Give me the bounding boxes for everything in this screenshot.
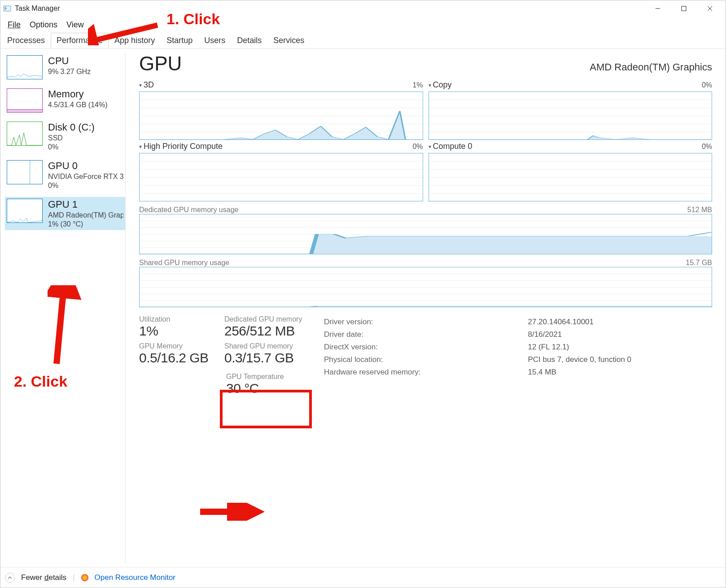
info-reserved-value: 15.4 MB bbox=[528, 366, 711, 378]
chevron-down-icon[interactable]: ▾ bbox=[139, 82, 142, 88]
menubar: File Options View bbox=[0, 17, 726, 33]
tab-startup[interactable]: Startup bbox=[161, 33, 198, 48]
gpu1-pct: 1% (30 °C) bbox=[48, 220, 123, 228]
chevron-down-icon[interactable]: ▾ bbox=[139, 144, 142, 150]
sidebar-item-cpu[interactable]: CPU 9% 3.27 GHz bbox=[5, 53, 125, 81]
stat-gmem-label: GPU Memory bbox=[139, 342, 211, 350]
gpu0-title: GPU 0 bbox=[48, 160, 123, 172]
chevron-down-icon[interactable]: ▾ bbox=[429, 144, 431, 150]
chart-compute0-label[interactable]: Compute 0 bbox=[433, 142, 472, 151]
panel-title: GPU bbox=[139, 52, 182, 75]
info-reserved-label: Hardware reserved memory: bbox=[324, 366, 527, 378]
cpu-sub: 9% 3.27 GHz bbox=[48, 68, 91, 76]
info-directx-label: DirectX version: bbox=[324, 341, 527, 353]
gpu-detail-panel: GPU AMD Radeon(TM) Graphics ▾ 3D 1% bbox=[126, 49, 726, 567]
chart-3d-pct: 1% bbox=[412, 81, 423, 89]
shared-mem-max: 15.7 GB bbox=[686, 259, 712, 267]
details-toggle-button[interactable] bbox=[5, 573, 15, 583]
minimize-button[interactable] bbox=[645, 0, 671, 17]
annotation-red-box bbox=[220, 390, 312, 428]
chart-hpc-label[interactable]: High Priority Compute bbox=[144, 142, 223, 151]
footer: Fewer details | Open Resource Monitor bbox=[0, 567, 726, 588]
chart-hpc-pct: 0% bbox=[412, 143, 423, 151]
chart-high-priority-compute bbox=[139, 153, 423, 201]
sidebar-item-gpu1[interactable]: GPU 1 AMD Radeon(TM) Grapl 1% (30 °C) bbox=[5, 197, 125, 230]
memory-sub: 4.5/31.4 GB (14%) bbox=[48, 101, 108, 109]
info-driver-date-label: Driver date: bbox=[324, 329, 527, 340]
sidebar-item-memory[interactable]: Memory 4.5/31.4 GB (14%) bbox=[5, 87, 125, 114]
performance-sidebar: CPU 9% 3.27 GHz Memory 4.5/31.4 GB (14%) bbox=[0, 49, 125, 567]
info-directx-value: 12 (FL 12.1) bbox=[528, 341, 711, 353]
stat-util-label: Utilization bbox=[139, 315, 211, 323]
stat-gmem-value: 0.5/16.2 GB bbox=[139, 350, 211, 366]
fewer-details-link[interactable]: Fewer details bbox=[21, 573, 66, 582]
svg-rect-3 bbox=[4, 9, 6, 10]
svg-rect-2 bbox=[4, 8, 7, 9]
cpu-thumb bbox=[7, 55, 43, 79]
chart-3d bbox=[139, 91, 423, 140]
chart-compute0-pct: 0% bbox=[702, 143, 712, 151]
info-physloc-value: PCI bus 7, device 0, function 0 bbox=[528, 354, 711, 366]
resource-monitor-icon bbox=[81, 574, 88, 581]
gpu0-sub: NVIDIA GeForce RTX 30 bbox=[48, 173, 123, 181]
info-driver-date-value: 8/16/2021 bbox=[528, 329, 711, 340]
tab-details[interactable]: Details bbox=[231, 33, 267, 48]
info-driver-version-label: Driver version: bbox=[324, 316, 527, 328]
stat-temp-label: GPU Temperature bbox=[226, 373, 308, 381]
memory-title: Memory bbox=[48, 88, 108, 100]
close-button[interactable] bbox=[697, 0, 723, 17]
cpu-title: CPU bbox=[48, 55, 91, 67]
dedicated-mem-max: 512 MB bbox=[687, 206, 712, 214]
stat-util-value: 1% bbox=[139, 323, 211, 339]
chart-dedicated-mem bbox=[139, 214, 712, 254]
menu-options[interactable]: Options bbox=[25, 18, 62, 31]
tab-performance[interactable]: Performance bbox=[51, 33, 109, 48]
tab-app-history[interactable]: App history bbox=[109, 33, 161, 48]
svg-rect-8 bbox=[7, 109, 42, 112]
gpu0-thumb bbox=[7, 160, 43, 184]
gpu-info-table: Driver version:27.20.14064.10001 Driver … bbox=[323, 315, 712, 379]
svg-rect-5 bbox=[682, 6, 686, 11]
gpu1-sub: AMD Radeon(TM) Grapl bbox=[48, 211, 123, 219]
open-resource-monitor-link[interactable]: Open Resource Monitor bbox=[95, 573, 175, 582]
stat-smem-label: Shared GPU memory bbox=[224, 342, 310, 350]
disk-pct: 0% bbox=[48, 143, 95, 151]
app-icon bbox=[3, 4, 11, 13]
disk-sub: SSD bbox=[48, 134, 95, 142]
tabbar: Processes Performance App history Startu… bbox=[0, 33, 726, 49]
stat-dmem-label: Dedicated GPU memory bbox=[224, 315, 310, 323]
info-driver-version-value: 27.20.14064.10001 bbox=[528, 316, 711, 328]
chart-copy-label[interactable]: Copy bbox=[433, 80, 452, 90]
chart-compute0 bbox=[429, 153, 713, 201]
maximize-button[interactable] bbox=[671, 0, 697, 17]
info-physloc-label: Physical location: bbox=[324, 354, 527, 366]
sidebar-item-gpu0[interactable]: GPU 0 NVIDIA GeForce RTX 30 0% bbox=[5, 158, 125, 192]
task-manager-window: Task Manager File Options View Processes… bbox=[0, 0, 726, 588]
gpu1-thumb bbox=[7, 199, 43, 223]
tab-services[interactable]: Services bbox=[267, 33, 310, 48]
window-title: Task Manager bbox=[15, 4, 60, 13]
tab-users[interactable]: Users bbox=[198, 33, 231, 48]
stat-smem-value: 0.3/15.7 GB bbox=[224, 350, 310, 366]
stat-dmem-value: 256/512 MB bbox=[224, 323, 310, 339]
gpu0-pct: 0% bbox=[48, 182, 123, 190]
chart-copy-pct: 0% bbox=[702, 81, 712, 89]
menu-view[interactable]: View bbox=[62, 18, 88, 31]
disk-thumb bbox=[7, 122, 43, 146]
memory-thumb bbox=[7, 88, 43, 113]
chevron-down-icon[interactable]: ▾ bbox=[429, 82, 431, 88]
chart-shared-mem bbox=[139, 267, 712, 307]
sidebar-item-disk0[interactable]: Disk 0 (C:) SSD 0% bbox=[5, 120, 125, 153]
menu-file[interactable]: File bbox=[3, 18, 25, 31]
dedicated-mem-label: Dedicated GPU memory usage bbox=[139, 206, 238, 214]
chart-copy bbox=[429, 91, 713, 140]
tab-processes[interactable]: Processes bbox=[1, 33, 51, 48]
device-name: AMD Radeon(TM) Graphics bbox=[590, 61, 712, 73]
titlebar: Task Manager bbox=[0, 0, 726, 17]
shared-mem-label: Shared GPU memory usage bbox=[139, 259, 229, 267]
chart-3d-label[interactable]: 3D bbox=[144, 80, 154, 90]
gpu1-title: GPU 1 bbox=[48, 199, 123, 210]
disk-title: Disk 0 (C:) bbox=[48, 122, 95, 133]
svg-rect-1 bbox=[4, 7, 6, 8]
